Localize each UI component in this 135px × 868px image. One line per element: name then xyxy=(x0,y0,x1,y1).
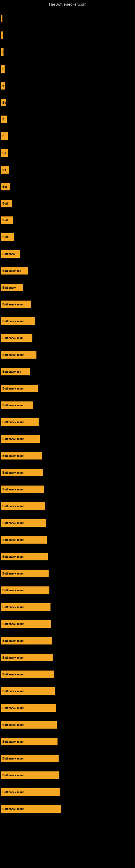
bar: Bottleneck resu xyxy=(1,334,32,342)
bar-row: Bottleneck result xyxy=(1,750,135,767)
bar: Bottleneck result xyxy=(1,755,58,762)
bar: Bo xyxy=(1,149,8,157)
bar: Bottleneck result xyxy=(1,553,48,560)
bar-label: B xyxy=(2,84,4,87)
bar-label: Bottleneck result xyxy=(2,488,24,491)
bar-row: Bottleneck result xyxy=(1,666,135,682)
bar-label: Bottleneck result xyxy=(2,723,24,726)
bar-row: Bo xyxy=(1,162,135,178)
bar-row: Bottleneck result xyxy=(1,616,135,632)
bar-row: Bottleneck result xyxy=(1,565,135,582)
bar: Bo xyxy=(1,99,6,106)
bar: Bottleneck result xyxy=(1,654,53,661)
bar-label: Bo xyxy=(2,168,6,172)
bar-label: Bottleneck result xyxy=(2,690,24,693)
bar-row: Bot xyxy=(1,179,135,195)
bar-label: Bottleneck result xyxy=(2,572,24,575)
bar-label: Bottleneck result xyxy=(2,606,24,609)
bar: Bottleneck result xyxy=(1,788,60,796)
bar: Bottlenec xyxy=(1,250,20,258)
bar-row: Bottleneck result xyxy=(1,431,135,447)
bar: Bottleneck result xyxy=(1,418,39,426)
bar-row: Bottleneck result xyxy=(1,464,135,480)
bar-row: Bottleneck resu xyxy=(1,296,135,312)
bar-label: Bo xyxy=(2,152,6,155)
bar-label: B xyxy=(2,135,4,138)
bar-row: Bo xyxy=(1,94,135,111)
bar-label: Bottleneck result xyxy=(2,707,24,710)
bar-row: Bottleneck resu xyxy=(1,330,135,346)
bar-row: Bottleneck result xyxy=(1,481,135,497)
bar-row: Bottleneck result xyxy=(1,649,135,665)
bar: Bottleneck result xyxy=(1,805,61,813)
bar-label: Bott xyxy=(2,219,8,222)
bar: Bottleneck xyxy=(1,284,23,291)
bar-label: Bottleneck xyxy=(2,286,16,289)
bar: Bottleneck result xyxy=(1,519,46,527)
bar-row: Bottleneck result xyxy=(1,447,135,464)
bar: Bottleneck result xyxy=(1,738,57,745)
bar-row: Bottleneck result xyxy=(1,414,135,430)
bar-label: Bottleneck result xyxy=(2,740,24,743)
bar-row: Bottleneck result xyxy=(1,683,135,699)
bar-row: Bottleneck result xyxy=(1,632,135,649)
bar-row: Bottleneck result xyxy=(1,599,135,615)
bar: Bottleneck result xyxy=(1,603,50,611)
bar-label: Bottleneck result xyxy=(2,505,24,508)
bar-row: Bottleneck result xyxy=(1,784,135,800)
bar-label: Bottleneck result xyxy=(2,471,24,474)
bar-label: Bottleneck resu xyxy=(2,303,23,306)
bar-row: Bottleneck result xyxy=(1,717,135,733)
bar: Bottleneck result xyxy=(1,704,56,712)
bar: Bottleneck result xyxy=(1,384,38,392)
bar: Bo xyxy=(1,166,9,174)
bar-row: Bottleneck result xyxy=(1,801,135,817)
bar-row: Bottl xyxy=(1,229,135,245)
bar-row: Bottlenec xyxy=(1,246,135,262)
bar-label: Bottleneck result xyxy=(2,622,24,625)
bar: E xyxy=(1,48,3,56)
bar: F xyxy=(1,31,3,39)
bar-label: F xyxy=(2,34,3,37)
bar: Bottleneck result xyxy=(1,687,55,695)
bar: B xyxy=(1,132,8,140)
site-title: TheBottlenecker.com xyxy=(0,0,135,8)
bar: Bottl xyxy=(1,199,12,207)
bar: Bottleneck result xyxy=(1,586,49,594)
bar-row: Bottleneck result xyxy=(1,582,135,598)
bar: B xyxy=(1,116,7,123)
bar: Bottleneck result xyxy=(1,469,43,476)
bar: Bottleneck res xyxy=(1,267,28,275)
bar: Bottleneck result xyxy=(1,452,42,460)
bar-row: Bo xyxy=(1,145,135,161)
bar: Bottleneck res xyxy=(1,368,30,375)
bar: Bottleneck result xyxy=(1,771,59,779)
bar-row: Bottleneck result xyxy=(1,498,135,514)
bar-label: Bottleneck resu xyxy=(2,404,23,407)
bar-label: Bottleneck result xyxy=(2,538,24,541)
bar-row xyxy=(1,10,135,27)
bar: B xyxy=(1,65,5,73)
bar-row: Bottleneck xyxy=(1,279,135,296)
bar-label: Bottleneck result xyxy=(2,673,24,676)
bar: Bottleneck result xyxy=(1,435,40,443)
bar-row: Bottleneck result xyxy=(1,515,135,531)
bar: Bottleneck result xyxy=(1,721,57,728)
bar: Bottleneck result xyxy=(1,569,49,577)
bar-label: Bottleneck result xyxy=(2,437,24,440)
bar-row: Bott xyxy=(1,212,135,228)
bar-label: Bo xyxy=(2,101,6,104)
bar-label: B xyxy=(2,118,4,121)
bar-row: Bottleneck result xyxy=(1,734,135,750)
bar-row: F xyxy=(1,27,135,43)
bar-row: B xyxy=(1,61,135,77)
bar: Bottleneck result xyxy=(1,486,44,493)
bar-label: Bottl xyxy=(2,202,9,205)
bar-label: Bottleneck result xyxy=(2,774,24,777)
bar: Bottleneck result xyxy=(1,351,37,359)
bar-label: Bottleneck result xyxy=(2,387,24,390)
bar-row: Bottleneck result xyxy=(1,380,135,397)
bar-label: Bottleneck result xyxy=(2,555,24,558)
bar: Bottleneck result xyxy=(1,536,47,544)
bar-row: Bottleneck res xyxy=(1,364,135,380)
